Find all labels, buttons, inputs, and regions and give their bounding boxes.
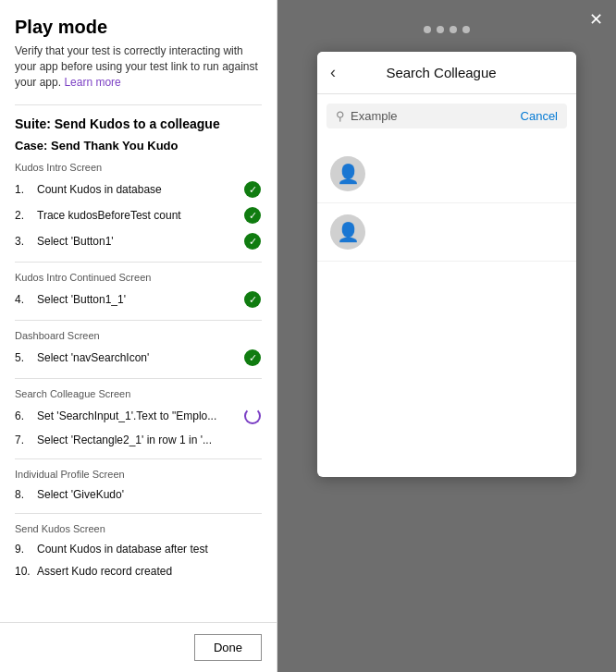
check-icon-1 xyxy=(244,181,261,198)
section-label-profile: Individual Profile Screen xyxy=(15,469,262,480)
cancel-link[interactable]: Cancel xyxy=(521,109,558,123)
step-8: 8. Select 'GiveKudo' xyxy=(15,483,262,506)
dot-3 xyxy=(450,26,457,33)
section-label-kudos-continued: Kudos Intro Continued Screen xyxy=(15,272,262,283)
check-icon-3 xyxy=(244,233,261,250)
phone-header: ‹ Search Colleague xyxy=(317,52,576,94)
bottom-bar: Done xyxy=(0,622,277,672)
learn-more-link[interactable]: Learn more xyxy=(64,76,120,89)
spinner-icon-6 xyxy=(244,408,261,424)
search-icon: ⚲ xyxy=(336,109,345,123)
search-input-display[interactable]: Example xyxy=(351,109,513,123)
check-icon-5 xyxy=(244,349,261,366)
step-3: 3. Select 'Button1' xyxy=(15,228,262,254)
step-2: 2. Trace kudosBeforeTest count xyxy=(15,202,262,228)
left-panel: Play mode Verify that your test is corre… xyxy=(0,0,277,672)
dot-1 xyxy=(424,26,431,33)
done-button[interactable]: Done xyxy=(194,634,262,661)
divider-3 xyxy=(15,378,262,379)
dot-2 xyxy=(437,26,444,33)
section-label-dashboard: Dashboard Screen xyxy=(15,330,262,341)
step-1: 1. Count Kudos in database xyxy=(15,177,262,202)
divider-1 xyxy=(15,262,262,263)
avatar-icon-1: 👤 xyxy=(337,163,360,185)
divider-5 xyxy=(15,513,262,514)
dots-row xyxy=(424,26,470,33)
check-icon-2 xyxy=(244,207,261,224)
avatar-2: 👤 xyxy=(330,214,365,250)
step-4: 4. Select 'Button1_1' xyxy=(15,287,262,312)
suite-title: Suite: Send Kudos to a colleague xyxy=(15,104,262,131)
left-content: Play mode Verify that your test is corre… xyxy=(0,0,277,622)
step-9: 9. Count Kudos in database after test xyxy=(15,538,262,560)
profile-list: 👤 👤 xyxy=(317,138,576,269)
search-bar: ⚲ Example Cancel xyxy=(326,104,567,128)
play-mode-title: Play mode xyxy=(15,17,262,38)
section-label-kudos-intro: Kudos Intro Screen xyxy=(15,162,262,173)
step-6: 6. Set 'SearchInput_1'.Text to "Emplo... xyxy=(15,403,262,429)
divider-2 xyxy=(15,320,262,321)
profile-item-1[interactable]: 👤 xyxy=(317,145,576,203)
case-title: Case: Send Thank You Kudo xyxy=(15,139,262,153)
close-button[interactable]: ✕ xyxy=(589,11,603,28)
right-panel: ✕ ‹ Search Colleague ⚲ Example Cancel 👤 … xyxy=(277,0,616,672)
play-mode-desc: Verify that your test is correctly inter… xyxy=(15,43,262,90)
avatar-1: 👤 xyxy=(330,156,365,191)
phone-frame: ‹ Search Colleague ⚲ Example Cancel 👤 👤 xyxy=(317,52,576,477)
step-5: 5. Select 'navSearchIcon' xyxy=(15,345,262,371)
section-label-search: Search Colleague Screen xyxy=(15,388,262,399)
back-arrow-icon[interactable]: ‹ xyxy=(330,63,336,82)
divider-4 xyxy=(15,458,262,459)
phone-screen-title: Search Colleague xyxy=(347,65,536,80)
avatar-icon-2: 👤 xyxy=(337,221,360,243)
dot-4 xyxy=(462,26,470,33)
section-label-send-kudos: Send Kudos Screen xyxy=(15,523,262,534)
step-7: 7. Select 'Rectangle2_1' in row 1 in '..… xyxy=(15,429,262,451)
step-10: 10. Assert Kudo record created xyxy=(15,560,262,582)
profile-item-2[interactable]: 👤 xyxy=(317,203,576,262)
check-icon-4 xyxy=(244,291,261,308)
